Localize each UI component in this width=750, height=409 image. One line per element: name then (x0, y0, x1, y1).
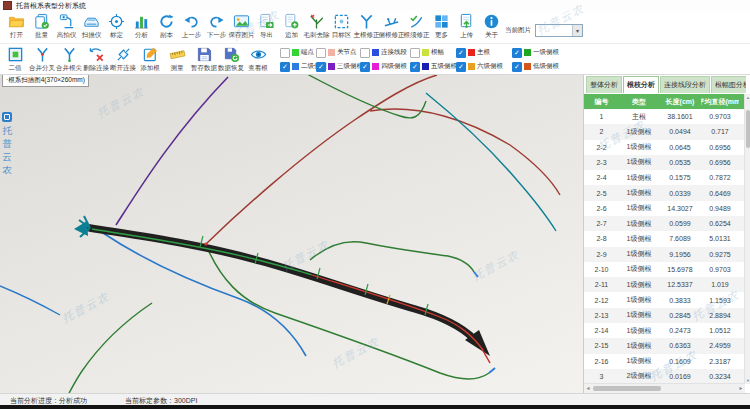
checked-checkbox-icon[interactable]: ✓ (456, 48, 466, 58)
table-row[interactable]: 2-91级侧根9.19560.9275 (584, 247, 745, 262)
layer-toggle-endpoint[interactable]: 端点 (280, 46, 316, 59)
image-canvas[interactable]: ·根系扫描图4(370×260mm) 托普云农 (0, 73, 583, 393)
layer-toggle-lateral-6[interactable]: ✓六级侧根 (456, 60, 512, 73)
tab-overall[interactable]: 整体分析 (586, 76, 622, 93)
root-drawing[interactable] (0, 73, 583, 393)
table-row[interactable]: 2-151级侧根0.63632.4959 (584, 338, 745, 353)
table-row[interactable]: 2-101级侧根15.69780.9703 (584, 262, 745, 277)
table-row[interactable]: 2-21级侧根0.06450.6956 (584, 140, 745, 155)
toolbar-button-view-root[interactable]: 查看根 (245, 45, 271, 73)
toolbar-button-copy[interactable]: 副本 (154, 12, 179, 40)
tab-segment[interactable]: 连接线段分析 (660, 76, 710, 93)
toolbar-button-target-area[interactable]: 目标区 (329, 12, 354, 40)
table-row[interactable]: 32级侧根0.01690.3234 (584, 369, 745, 384)
layer-toggle-label: 五级侧根 (431, 62, 457, 71)
table-row[interactable]: 2-121级侧根0.38331.1593 (584, 292, 745, 307)
table-row[interactable]: 2-131级侧根0.28452.8894 (584, 308, 745, 323)
tab-branch[interactable]: 根枝分析 (623, 76, 659, 93)
toolbar-button-label: 目标区 (332, 31, 352, 40)
layer-toggle-root-width[interactable]: 根幅 (410, 46, 456, 59)
toolbar-button-about[interactable]: 关于 (479, 12, 504, 40)
toolbar-button-measure[interactable]: 测量 (164, 45, 190, 73)
toolbar-button-burr-remove[interactable]: 毛刺去除 (304, 12, 329, 40)
checked-checkbox-icon[interactable]: ✓ (456, 62, 466, 72)
vertical-scroll-thumb[interactable] (746, 110, 750, 148)
table-row[interactable]: 2-51级侧根0.03390.6469 (584, 185, 745, 200)
toolbar-button-more[interactable]: 更多 (429, 12, 454, 40)
toolbar-button-lateral-root-fix[interactable]: 侧根修正 (379, 12, 404, 40)
checked-checkbox-icon[interactable]: ✓ (280, 62, 290, 72)
ruler-icon (169, 46, 186, 63)
scroll-left-icon[interactable]: ◄ (584, 384, 592, 393)
scroll-up-icon[interactable]: ▲ (745, 94, 750, 101)
toolbar-button-delete-link[interactable]: 删除连接 (83, 45, 109, 73)
table-cell: 5.0131 (701, 235, 739, 242)
layer-toggle-label: 关节点 (337, 48, 357, 57)
toolbar-button-batch[interactable]: 批量 (29, 12, 54, 40)
layer-toggle-joint[interactable]: 关节点 (316, 46, 360, 59)
layer-toggle-segment[interactable]: 连接线段 (360, 46, 410, 59)
color-swatch (372, 63, 379, 70)
toolbar-button-calibrate[interactable]: 标定 (104, 12, 129, 40)
layer-toggle-lateral-low[interactable]: ✓低级侧根 (512, 60, 566, 73)
tab-width-map[interactable]: 根幅图分析 (711, 76, 746, 93)
table-row[interactable]: 2-161级侧根0.16092.3187 (584, 354, 745, 369)
unchecked-checkbox-icon[interactable] (410, 48, 420, 58)
checked-checkbox-icon[interactable]: ✓ (512, 48, 522, 58)
table-row[interactable]: 2-141级侧根0.24731.0512 (584, 323, 745, 338)
toolbar-button-root-hair-fix[interactable]: 根须修正 (404, 12, 429, 40)
toolbar-button-restore-data[interactable]: 数据恢复 (218, 45, 244, 73)
layer-toggle-lateral-5[interactable]: ✓五级侧根 (410, 60, 456, 73)
checked-checkbox-icon[interactable]: ✓ (512, 62, 522, 72)
toolbar-button-open[interactable]: 打开 (4, 12, 29, 40)
layer-toggle-lateral-1[interactable]: ✓一级侧根 (512, 46, 566, 59)
toolbar-button-export[interactable]: 导出 (254, 12, 279, 40)
table-row[interactable]: 2-81级侧根7.60895.0131 (584, 231, 745, 246)
checked-checkbox-icon[interactable]: ✓ (316, 62, 326, 72)
table-row[interactable]: 2-31级侧根0.05350.6956 (584, 155, 745, 170)
toolbar-button-merge-tip[interactable]: 合并根尖 (56, 45, 82, 73)
main-toolbar-buttons: 打开批量高拍仪扫描仪标定分析副本上一步下一步保存图片导出追加毛刺去除目标区主根修… (4, 12, 504, 40)
toolbar-button-stash-data[interactable]: 暂存数据 (191, 45, 217, 73)
table-row[interactable]: 2-41级侧根0.15750.7872 (584, 170, 745, 185)
toolbar-button-main-root-fix[interactable]: 主根修正 (354, 12, 379, 40)
table-cell: 0.9275 (701, 251, 739, 258)
table-row[interactable]: 2-61级侧根14.30270.9489 (584, 201, 745, 216)
layer-toggle-lateral-3[interactable]: ✓三级侧根 (316, 60, 360, 73)
scroll-right-icon[interactable]: ► (737, 384, 745, 393)
toolbar-button-binary[interactable]: 二值 (2, 45, 28, 73)
current-image-select[interactable]: ▾ (535, 24, 583, 37)
chevron-down-icon[interactable]: ▾ (572, 25, 582, 36)
table-vertical-scrollbar[interactable]: ▲ ▼ (744, 94, 750, 384)
toolbar-button-doc-camera[interactable]: 高拍仪 (54, 12, 79, 40)
toolbar-button-label: 高拍仪 (57, 31, 77, 40)
layer-toggle-lateral-4[interactable]: ✓四级侧根 (360, 60, 410, 73)
table-horizontal-scrollbar[interactable]: ◄ ► (584, 383, 745, 393)
toolbar-button-scanner[interactable]: 扫描仪 (79, 12, 104, 40)
table-row[interactable]: 21级侧根0.04940.717 (584, 124, 745, 139)
toolbar-button-redo[interactable]: 下一步 (204, 12, 229, 40)
unchecked-checkbox-icon[interactable] (316, 48, 326, 58)
image-tab[interactable]: ·根系扫描图4(370×260mm) (2, 74, 89, 87)
redo-icon (208, 13, 225, 30)
table-row[interactable]: 2-111级侧根12.53371.019 (584, 277, 745, 292)
toolbar-button-break-link[interactable]: 断开连接 (110, 45, 136, 73)
toolbar-button-analyze[interactable]: 分析 (129, 12, 154, 40)
toolbar-button-merge-fork[interactable]: 合并分叉 (29, 45, 55, 73)
layer-toggle-main-root[interactable]: ✓主根 (456, 46, 512, 59)
unchecked-checkbox-icon[interactable] (280, 48, 290, 58)
toolbar-button-add-root[interactable]: 添加根 (137, 45, 163, 73)
scroll-down-icon[interactable]: ▼ (745, 377, 750, 384)
unchecked-checkbox-icon[interactable] (360, 48, 370, 58)
layer-toggle-label: 低级侧根 (533, 62, 559, 71)
layer-toggle-lateral-2[interactable]: ✓二级侧根 (280, 60, 316, 73)
toolbar-button-undo[interactable]: 上一步 (179, 12, 204, 40)
table-row[interactable]: 2-71级侧根0.05990.6254 (584, 216, 745, 231)
checked-checkbox-icon[interactable]: ✓ (410, 62, 420, 72)
toolbar-button-append[interactable]: 追加 (279, 12, 304, 40)
toolbar-button-upload[interactable]: 上传 (454, 12, 479, 40)
table-row[interactable]: 1主根38.16010.9703 (584, 109, 745, 124)
checked-checkbox-icon[interactable]: ✓ (360, 62, 370, 72)
toolbar-button-save-image[interactable]: 保存图片 (229, 12, 254, 40)
horizontal-scroll-thumb[interactable] (593, 386, 661, 391)
